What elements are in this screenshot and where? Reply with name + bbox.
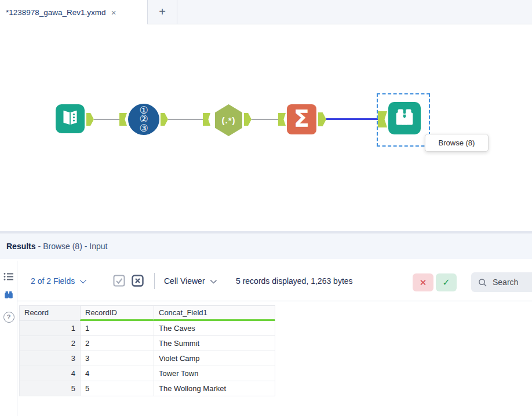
record-number-cell[interactable]: 1 [19,321,80,336]
chevron-down-icon [80,276,86,283]
tab-active-workflow[interactable]: *1238978_gawa_Rev1.yxmd × [0,0,148,24]
fields-dropdown[interactable]: 2 of 2 Fields [31,261,85,301]
record-number-cell[interactable]: 4 [19,366,80,381]
tab-close-icon[interactable]: × [111,8,116,17]
connection-line[interactable] [168,119,203,120]
alteryx-designer-window: *1238978_gawa_Rev1.yxmd × + [0,0,532,416]
record-id-123-icon: ①②③ [139,106,148,133]
checkbox-check-icon [113,275,125,287]
recordid-cell[interactable]: 4 [80,366,154,381]
column-header-recordid[interactable]: RecordID [80,305,154,321]
regex-icon: (.*) [222,115,236,125]
output-anchor[interactable] [244,113,252,126]
results-title: Results [6,242,36,251]
tool-record-id[interactable]: ①②③ [128,104,159,135]
results-side-rail: ? [0,261,17,416]
x-icon: ✕ [420,278,427,288]
connection-line[interactable] [94,119,119,120]
tool-input-data[interactable] [56,104,85,133]
new-tab-button[interactable]: + [148,0,177,24]
grid-header-row: Record RecordID Concat_Field1 [19,305,276,321]
chevron-down-icon [210,276,216,283]
connection-line-selected[interactable] [326,118,378,120]
input-anchor[interactable] [119,113,127,126]
open-book-icon [60,107,81,130]
data-quality-error-button[interactable]: ✕ [413,273,433,291]
metadata-list-icon[interactable] [0,270,17,283]
data-quality-ok-button[interactable]: ✓ [436,273,457,291]
grid-body: 1 1 The Caves 2 2 The Summit 3 3 Violet … [19,321,276,396]
search-icon [478,278,487,287]
recordid-cell[interactable]: 3 [80,351,154,366]
column-header-concat-field1[interactable]: Concat_Field1 [154,305,275,321]
cell-viewer-dropdown[interactable]: Cell Viewer [164,261,215,301]
toolbar-divider [154,273,155,289]
records-summary: 5 records displayed, 1,263 bytes [236,261,353,301]
cell-viewer-label: Cell Viewer [164,276,205,286]
tooltip-text: Browse (8) [439,138,475,147]
table-row[interactable]: 5 5 The Wollong Market [19,381,276,396]
connection-line[interactable] [252,119,278,120]
sigma-icon: Σ [294,107,309,130]
input-anchor[interactable] [278,113,286,126]
table-row[interactable]: 1 1 The Caves [19,321,276,336]
workflow-tab-bar: *1238978_gawa_Rev1.yxmd × + [0,0,532,24]
record-number-cell[interactable]: 2 [19,336,80,351]
results-panel-header: Results - Browse (8) - Input [0,233,532,259]
checkbox-x-icon [132,275,144,287]
record-number-cell[interactable]: 5 [19,381,80,396]
concat-field1-cell[interactable]: The Caves [154,321,275,336]
record-number-cell[interactable]: 3 [19,351,80,366]
output-anchor[interactable] [318,112,326,126]
output-anchor[interactable] [86,113,94,126]
recordid-cell[interactable]: 2 [80,336,154,351]
results-search[interactable] [471,272,532,292]
check-icon: ✓ [442,277,450,288]
table-row[interactable]: 3 3 Violet Camp [19,351,276,366]
concat-field1-cell[interactable]: The Wollong Market [154,381,275,396]
results-toolbar: 2 of 2 Fields Cell Viewer 5 records disp… [17,261,532,301]
recordid-cell[interactable]: 5 [80,381,154,396]
concat-field1-cell[interactable]: Tower Town [154,366,275,381]
tool-summarize[interactable]: Σ [287,104,316,134]
fields-dropdown-label: 2 of 2 Fields [31,276,75,286]
workflow-tab-title: *1238978_gawa_Rev1.yxmd [6,8,106,17]
binoculars-icon [393,105,416,131]
search-input[interactable] [491,277,532,287]
concat-field1-cell[interactable]: The Summit [154,336,275,351]
deselect-all-fields-button[interactable] [132,261,144,301]
column-header-record[interactable]: Record [19,305,80,321]
tool-regex[interactable]: (.*) [215,104,242,136]
tool-browse[interactable] [388,102,421,134]
help-icon[interactable]: ? [0,311,17,323]
table-row[interactable]: 2 2 The Summit [19,336,276,351]
data-view-binoculars-icon[interactable] [0,289,17,302]
browse-tooltip: Browse (8) [425,134,489,152]
recordid-cell[interactable]: 1 [80,321,154,336]
select-all-fields-button[interactable] [113,261,125,301]
concat-field1-cell[interactable]: Violet Camp [154,351,275,366]
results-data-grid: Record RecordID Concat_Field1 1 1 The Ca… [19,305,276,396]
table-row[interactable]: 4 4 Tower Town [19,366,276,381]
output-anchor[interactable] [161,113,168,126]
input-anchor[interactable] [203,113,210,126]
workflow-canvas[interactable]: ①②③ (.*) Σ [0,24,532,231]
tab-strip-background [148,0,532,24]
results-subtitle: - Browse (8) - Input [38,242,108,251]
